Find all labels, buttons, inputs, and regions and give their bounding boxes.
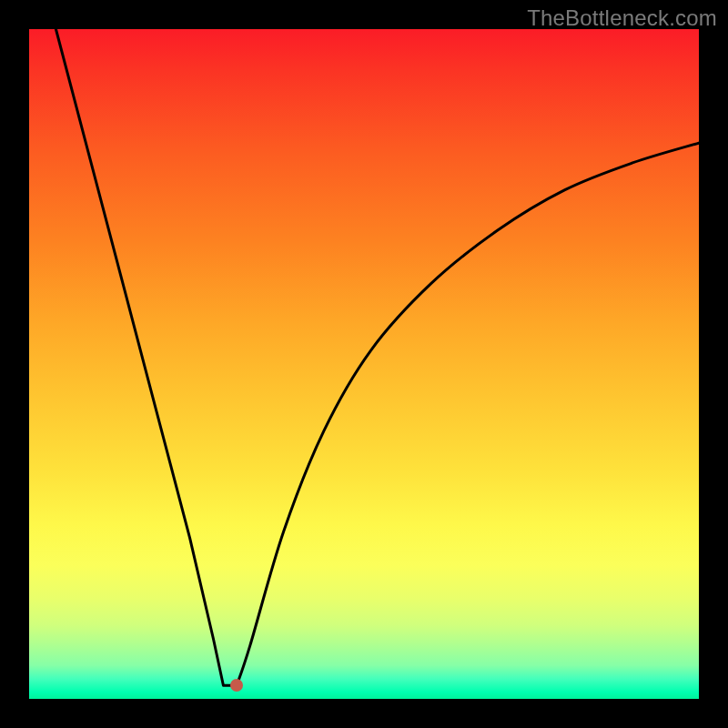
bottleneck-curve: [29, 29, 699, 699]
optimal-point-marker: [230, 679, 243, 692]
plot-area: [29, 29, 699, 699]
curve-path: [56, 29, 699, 685]
chart-frame: TheBottleneck.com: [0, 0, 728, 728]
watermark-text: TheBottleneck.com: [527, 5, 717, 31]
